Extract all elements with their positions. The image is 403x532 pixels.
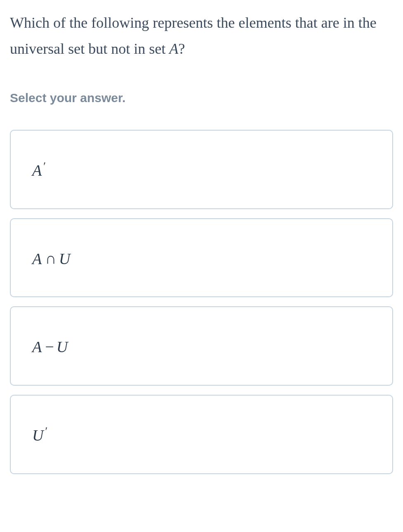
option-var1: A — [32, 250, 42, 267]
instruction-text: Select your answer. — [10, 91, 393, 105]
option-op: − — [45, 338, 54, 355]
option-var1: A — [32, 338, 42, 355]
option-var1: A — [32, 162, 42, 179]
question-text: Which of the following represents the el… — [10, 10, 393, 62]
option-a-prime[interactable]: A′ — [10, 130, 393, 209]
option-op: ∩ — [45, 250, 56, 267]
options-list: A′ A∩U A−U U′ — [10, 130, 393, 474]
question-suffix: ? — [178, 41, 185, 57]
option-prime1: ′ — [43, 160, 45, 172]
question-prefix: Which of the following represents the el… — [10, 14, 377, 57]
option-a-intersect-u[interactable]: A∩U — [10, 218, 393, 298]
option-var2: U — [59, 250, 70, 267]
option-var1: U — [32, 427, 43, 444]
question-math-var: A — [169, 41, 178, 57]
option-a-minus-u[interactable]: A−U — [10, 306, 393, 386]
option-var2: U — [57, 338, 68, 355]
option-prime1: ′ — [44, 425, 47, 437]
option-u-prime[interactable]: U′ — [10, 395, 393, 474]
